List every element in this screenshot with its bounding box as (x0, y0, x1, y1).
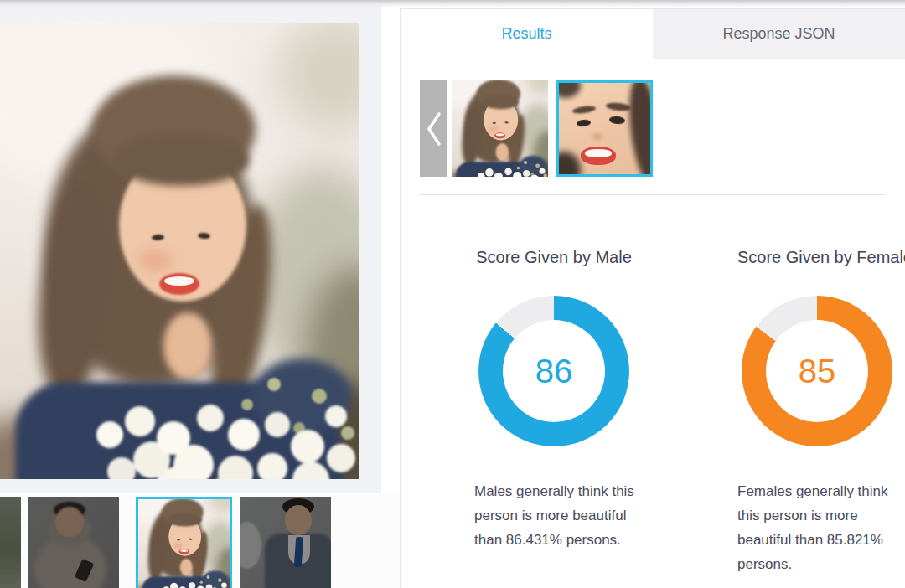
thumbnail-suit-man[interactable] (240, 497, 331, 588)
carousel-thumb-full-photo[interactable] (452, 80, 548, 177)
tab-bar: Results Response JSON (401, 9, 905, 59)
thumbnail-hoodie-man[interactable] (28, 497, 119, 588)
male-score-section: Score Given by Male 86 Males generally t… (474, 246, 634, 552)
male-score-donut: 86 (478, 296, 629, 446)
tab-results[interactable]: Results (401, 9, 653, 59)
divider (420, 194, 886, 195)
female-score-title: Score Given by Female (737, 246, 897, 268)
face-beauty-score-app: Results Response JSON (0, 0, 905, 588)
thumbnail-selected-woman[interactable] (136, 497, 232, 588)
photo-panel (0, 0, 381, 493)
male-score-value: 86 (535, 353, 573, 390)
male-score-title: Score Given by Male (474, 246, 634, 268)
female-score-section: Score Given by Female 85 Females general… (737, 246, 897, 576)
photo-thumbnail-strip (0, 493, 400, 588)
female-score-value: 85 (799, 353, 836, 390)
chevron-left-icon[interactable] (420, 80, 447, 177)
results-panel: Results Response JSON (400, 8, 905, 588)
portrait-photo-art (0, 23, 359, 479)
female-score-description: Females generally think this person is m… (737, 479, 902, 576)
female-score-donut: 85 (742, 296, 892, 446)
top-shadow (0, 0, 905, 8)
thumbnail-partial[interactable] (0, 497, 21, 588)
tab-response-json[interactable]: Response JSON (653, 9, 905, 59)
main-photo (0, 23, 359, 479)
male-score-description: Males generally think this person is mor… (474, 479, 639, 552)
carousel-thumb-face-selected[interactable] (556, 80, 653, 177)
